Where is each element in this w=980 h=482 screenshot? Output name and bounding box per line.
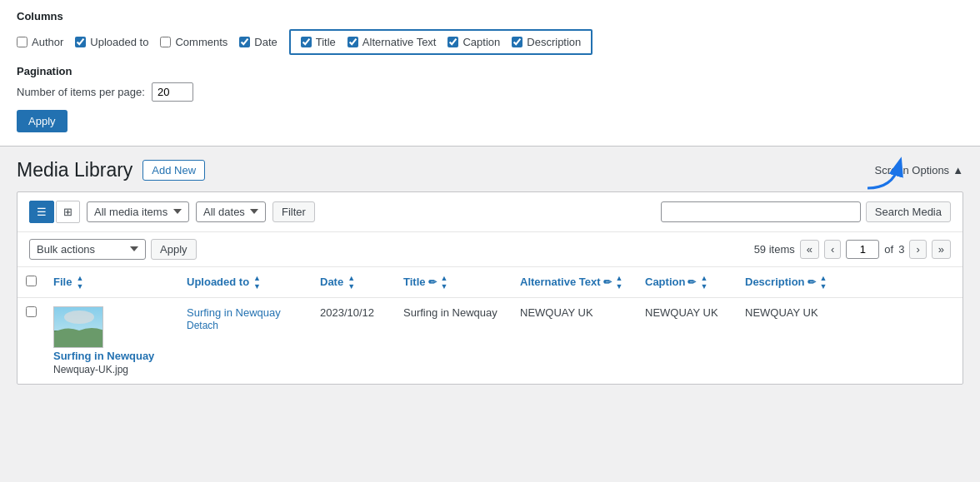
file-basename: Newquay-UK.jpg — [53, 364, 128, 375]
col-alt-text: Alternative Text — [362, 36, 437, 48]
uploaded-to-cell: Surfing in Newquay Detach — [178, 297, 312, 384]
grid-view-icon: ⊞ — [63, 206, 72, 218]
row-checkbox-cell — [18, 297, 45, 384]
page-title: Media Library — [17, 158, 132, 183]
list-view-button[interactable]: ☰ — [29, 201, 54, 223]
alt-sort-link[interactable]: Alternative Text ✏ — [520, 274, 623, 291]
th-file: File — [45, 267, 178, 298]
caption-edit-icon: ✏ — [688, 276, 696, 288]
table-body: Surfing in Newquay Newquay-UK.jpg Surfin… — [18, 297, 962, 384]
media-type-filter[interactable]: All media items Images Audio Video — [87, 201, 189, 222]
highlighted-columns-group: Title Alternative Text Caption Descripti… — [289, 29, 593, 55]
screen-options-apply-button[interactable]: Apply — [17, 110, 68, 132]
total-items-count: 59 items — [754, 243, 795, 256]
pagination-first-button[interactable]: « — [800, 240, 819, 259]
select-all-checkbox[interactable] — [26, 276, 37, 286]
grid-view-button[interactable]: ⊞ — [56, 201, 80, 223]
pagination-of-label: of — [884, 243, 893, 256]
columns-row: Author Uploaded to Comments Date Title — [17, 29, 963, 55]
col-comments-text: Comments — [175, 36, 228, 48]
description-edit-icon: ✏ — [808, 276, 816, 288]
description-sort-link[interactable]: Description ✏ — [745, 274, 827, 291]
alt-text-cell: NEWQUAY UK — [512, 297, 637, 384]
col-caption-text: Caption — [462, 36, 500, 48]
col-title-label[interactable]: Title — [301, 36, 336, 48]
detach-link[interactable]: Detach — [187, 320, 218, 331]
list-view-icon: ☰ — [37, 206, 47, 218]
arrow-indicator — [855, 155, 905, 199]
col-date-checkbox[interactable] — [239, 37, 250, 47]
col-author-label[interactable]: Author — [17, 36, 63, 48]
th-description: Description ✏ — [737, 267, 962, 298]
col-caption-checkbox[interactable] — [448, 37, 458, 47]
pagination-last-button[interactable]: » — [932, 240, 951, 259]
bulk-actions-row: Bulk actions Delete Permanently Apply 59… — [18, 232, 962, 267]
caption-sort-link[interactable]: Caption ✏ — [645, 274, 708, 291]
uploaded-sort-link[interactable]: Uploaded to — [187, 274, 261, 291]
pagination-heading: Pagination — [17, 65, 963, 77]
file-name-link[interactable]: Surfing in Newquay — [53, 350, 154, 362]
row-checkbox[interactable] — [26, 306, 37, 317]
date-sort-link[interactable]: Date — [320, 274, 355, 291]
col-date-label[interactable]: Date — [239, 36, 277, 48]
bulk-actions-select[interactable]: Bulk actions Delete Permanently — [29, 239, 146, 260]
col-uploaded-text: Uploaded to — [90, 36, 148, 48]
columns-section: Columns Author Uploaded to Comments Date — [17, 10, 963, 55]
search-area: Search Media — [661, 201, 951, 222]
title-cell: Surfing in Newquay — [395, 297, 512, 384]
pagination-next-button[interactable]: › — [909, 240, 926, 259]
main-content: Media Library Add New Screen Options ▲ — [0, 147, 980, 385]
media-table: File Uploaded to Date — [18, 267, 962, 384]
search-media-button[interactable]: Search Media — [866, 201, 951, 222]
col-author-checkbox[interactable] — [17, 37, 28, 47]
col-description-label[interactable]: Description — [512, 36, 581, 48]
date-sort-arrows — [348, 274, 355, 291]
pagination-section: Pagination Number of items per page: — [17, 65, 963, 102]
bulk-apply-button[interactable]: Apply — [151, 239, 197, 260]
title-sort-link[interactable]: Title ✏ — [403, 274, 448, 291]
pagination-total-pages: 3 — [898, 243, 904, 256]
items-per-page-label: Number of items per page: — [17, 86, 145, 98]
col-comments-label[interactable]: Comments — [160, 36, 228, 48]
view-switch: ☰ ⊞ — [29, 201, 80, 223]
col-date-text: Date — [254, 36, 277, 48]
bulk-actions-left: Bulk actions Delete Permanently Apply — [29, 239, 197, 260]
col-alt-checkbox[interactable] — [348, 37, 358, 47]
col-title-checkbox[interactable] — [301, 37, 312, 47]
th-date: Date — [312, 267, 395, 298]
col-uploaded-checkbox[interactable] — [75, 37, 86, 47]
search-input[interactable] — [661, 201, 861, 222]
date-cell: 2023/10/12 — [312, 297, 395, 384]
col-uploaded-label[interactable]: Uploaded to — [75, 36, 148, 48]
col-description-text: Description — [527, 36, 581, 48]
col-alt-label[interactable]: Alternative Text — [348, 36, 437, 48]
screen-options-panel: Columns Author Uploaded to Comments Date — [0, 0, 980, 147]
col-comments-checkbox[interactable] — [160, 37, 171, 47]
col-caption-label[interactable]: Caption — [448, 36, 500, 48]
filter-button[interactable]: Filter — [272, 201, 315, 222]
uploaded-to-link[interactable]: Surfing in Newquay — [187, 306, 281, 319]
pagination-page-input[interactable] — [846, 240, 879, 259]
screen-options-arrow-icon: ▲ — [952, 164, 963, 176]
items-per-page-input[interactable] — [152, 82, 193, 102]
file-cell: Surfing in Newquay Newquay-UK.jpg — [45, 297, 178, 384]
page-title-area: Media Library Add New — [17, 158, 205, 183]
content-wrapper: ☰ ⊞ All media items Images Audio Video A… — [17, 191, 963, 385]
date-filter[interactable]: All dates 2023/10 — [196, 201, 266, 222]
svg-point-4 — [64, 311, 94, 324]
columns-heading: Columns — [17, 10, 963, 22]
toolbar-left: ☰ ⊞ All media items Images Audio Video A… — [29, 201, 315, 223]
col-description-checkbox[interactable] — [512, 37, 522, 47]
title-edit-icon: ✏ — [428, 276, 437, 288]
caption-cell: NEWQUAY UK — [637, 297, 737, 384]
th-checkbox — [18, 267, 45, 298]
description-cell: NEWQUAY UK — [737, 297, 962, 384]
pagination-prev-button[interactable]: ‹ — [824, 240, 841, 259]
alt-edit-icon: ✏ — [603, 276, 612, 288]
file-sort-link[interactable]: File — [53, 274, 83, 291]
th-alt-text: Alternative Text ✏ — [512, 267, 637, 298]
table-row: Surfing in Newquay Newquay-UK.jpg Surfin… — [18, 297, 962, 384]
file-cell-content: Surfing in Newquay Newquay-UK.jpg — [53, 306, 170, 375]
add-new-button[interactable]: Add New — [142, 160, 205, 181]
title-sort-arrows — [441, 274, 448, 291]
